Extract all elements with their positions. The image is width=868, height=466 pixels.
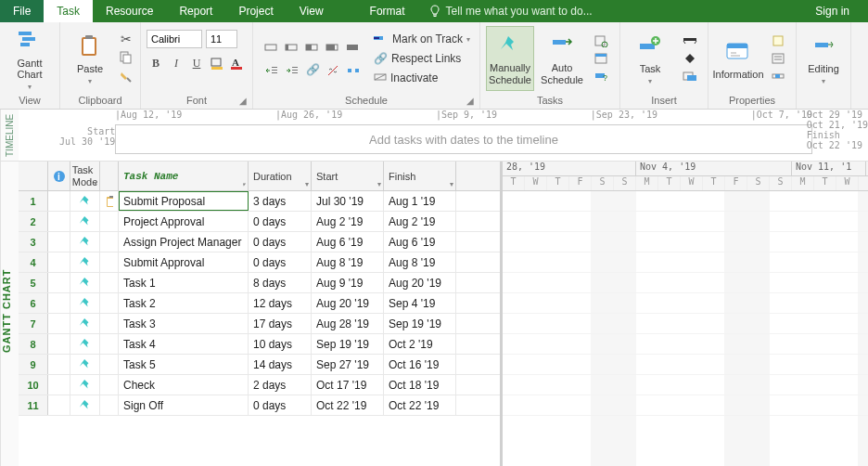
pct-25-button[interactable] xyxy=(283,38,301,57)
paste-button[interactable]: Paste▾ xyxy=(66,26,114,91)
information-button[interactable]: Information xyxy=(714,26,762,91)
table-row[interactable]: 8Task 410 daysSep 19 '19Oct 2 '19 xyxy=(19,334,500,355)
cell-indicator[interactable] xyxy=(100,212,119,231)
auto-schedule-button[interactable]: Auto Schedule xyxy=(538,26,586,91)
cell-task-name[interactable]: Submit Approval xyxy=(119,252,249,272)
cell-task-mode[interactable] xyxy=(70,375,100,395)
cell-info[interactable] xyxy=(48,212,70,231)
editing-button[interactable]: Editing▾ xyxy=(802,26,845,91)
pct-75-button[interactable] xyxy=(324,38,342,57)
pct-100-button[interactable] xyxy=(344,38,363,57)
mark-on-track-button[interactable]: Mark on Track ▾ xyxy=(374,30,470,48)
dialog-launcher-icon[interactable]: ◢ xyxy=(237,96,249,107)
outdent-button[interactable] xyxy=(262,61,281,80)
cell-indicator[interactable] xyxy=(100,232,119,252)
cell-start[interactable]: Aug 20 '19 xyxy=(312,293,384,313)
add-to-timeline-button[interactable] xyxy=(770,68,786,84)
cell-duration[interactable]: 17 days xyxy=(249,314,312,333)
col-info[interactable]: i xyxy=(48,162,70,190)
cell-task-mode[interactable] xyxy=(70,293,100,313)
cell-indicator[interactable] xyxy=(100,191,119,211)
cell-info[interactable] xyxy=(48,395,70,415)
respect-links-button[interactable]: 🔗Respect Links xyxy=(374,49,470,68)
col-start[interactable]: Start▾ xyxy=(312,162,384,190)
tab-view[interactable]: View xyxy=(287,0,337,22)
tab-report[interactable]: Report xyxy=(166,0,225,22)
cell-start[interactable]: Oct 17 '19 xyxy=(312,375,384,395)
cell-info[interactable] xyxy=(48,314,70,333)
inactivate-button[interactable]: Inactivate xyxy=(374,69,470,87)
row-number[interactable]: 8 xyxy=(19,334,48,354)
cell-start[interactable]: Sep 19 '19 xyxy=(312,334,384,354)
row-number[interactable]: 5 xyxy=(19,273,48,292)
cell-task-mode[interactable] xyxy=(70,334,100,354)
cell-info[interactable] xyxy=(48,252,70,272)
format-painter-button[interactable] xyxy=(118,70,134,86)
tab-project[interactable]: Project xyxy=(225,0,286,22)
signin-button[interactable]: Sign in xyxy=(797,0,868,22)
insert-task-button[interactable]: Task▾ xyxy=(626,26,674,91)
cell-duration[interactable]: 12 days xyxy=(249,293,312,313)
table-row[interactable]: 11Sign Off0 daysOct 22 '19Oct 22 '19 xyxy=(19,395,500,416)
cell-task-name[interactable]: Sign Off xyxy=(119,395,249,415)
cell-start[interactable]: Jul 30 '19 xyxy=(312,191,384,211)
cell-indicator[interactable] xyxy=(100,334,119,354)
cell-finish[interactable]: Aug 8 '19 xyxy=(384,252,456,272)
row-number[interactable]: 6 xyxy=(19,293,48,313)
cell-info[interactable] xyxy=(48,293,70,313)
tellme-search[interactable]: Tell me what you want to do... xyxy=(418,0,798,22)
cell-finish[interactable]: Aug 6 '19 xyxy=(384,232,456,252)
cell-start[interactable]: Aug 28 '19 xyxy=(312,314,384,333)
cell-info[interactable] xyxy=(48,191,70,211)
font-size-select[interactable] xyxy=(206,30,237,48)
table-row[interactable]: 2Project Approval0 daysAug 2 '19Aug 2 '1… xyxy=(19,212,500,232)
table-row[interactable]: 7Task 317 daysAug 28 '19Sep 19 '19 xyxy=(19,314,500,334)
text-color-button[interactable]: A xyxy=(228,54,247,72)
cell-task-mode[interactable] xyxy=(70,314,100,333)
cell-finish[interactable]: Oct 16 '19 xyxy=(384,355,456,374)
cell-duration[interactable]: 0 days xyxy=(249,212,312,231)
indent-button[interactable] xyxy=(283,61,301,80)
cell-info[interactable] xyxy=(48,334,70,354)
tab-task[interactable]: Task xyxy=(44,0,93,22)
cell-duration[interactable]: 2 days xyxy=(249,375,312,395)
cell-start[interactable]: Sep 27 '19 xyxy=(312,355,384,374)
table-row[interactable]: 5Task 18 daysAug 9 '19Aug 20 '19 xyxy=(19,273,500,293)
table-row[interactable]: 9Task 514 daysSep 27 '19Oct 16 '19 xyxy=(19,355,500,375)
cell-finish[interactable]: Aug 1 '19 xyxy=(384,191,456,211)
cell-finish[interactable]: Oct 18 '19 xyxy=(384,375,456,395)
font-family-select[interactable] xyxy=(147,30,202,48)
move-task-button[interactable] xyxy=(594,50,610,67)
cell-start[interactable]: Aug 8 '19 xyxy=(312,252,384,272)
cell-indicator[interactable] xyxy=(100,355,119,374)
insert-milestone-button[interactable] xyxy=(682,50,698,67)
bold-button[interactable]: B xyxy=(147,54,165,72)
cell-duration[interactable]: 0 days xyxy=(249,232,312,252)
col-task-name[interactable]: Task Name▾ xyxy=(119,162,249,190)
details-button[interactable] xyxy=(770,50,786,67)
cell-task-mode[interactable] xyxy=(70,212,100,231)
cell-task-name[interactable]: Task 2 xyxy=(119,293,249,313)
cell-indicator[interactable] xyxy=(100,273,119,292)
cell-start[interactable]: Aug 6 '19 xyxy=(312,232,384,252)
cell-info[interactable] xyxy=(48,273,70,292)
row-number[interactable]: 7 xyxy=(19,314,48,333)
cell-task-name[interactable]: Check xyxy=(119,375,249,395)
table-row[interactable]: 3Assign Project Manager0 daysAug 6 '19Au… xyxy=(19,232,500,252)
insert-deliverable-button[interactable] xyxy=(682,68,698,84)
table-row[interactable]: 10Check2 daysOct 17 '19Oct 18 '19 xyxy=(19,375,500,395)
table-row[interactable]: 6Task 212 daysAug 20 '19Sep 4 '19 xyxy=(19,293,500,314)
row-number[interactable]: 9 xyxy=(19,355,48,374)
task-sheet[interactable]: i Task Mode▾ Task Name▾ Duration▾ Start▾… xyxy=(19,162,503,466)
col-finish[interactable]: Finish▾ xyxy=(384,162,456,190)
cell-finish[interactable]: Sep 19 '19 xyxy=(384,314,456,333)
underline-button[interactable]: U xyxy=(187,54,206,72)
dialog-launcher-icon[interactable]: ◢ xyxy=(465,96,476,107)
cell-duration[interactable]: 0 days xyxy=(249,395,312,415)
cell-task-name[interactable]: Assign Project Manager xyxy=(119,232,249,252)
cell-start[interactable]: Aug 9 '19 xyxy=(312,273,384,292)
cell-finish[interactable]: Oct 2 '19 xyxy=(384,334,456,354)
cell-start[interactable]: Oct 22 '19 xyxy=(312,395,384,415)
task-mode-button[interactable]: ? xyxy=(594,68,610,84)
pct-50-button[interactable] xyxy=(303,38,322,57)
